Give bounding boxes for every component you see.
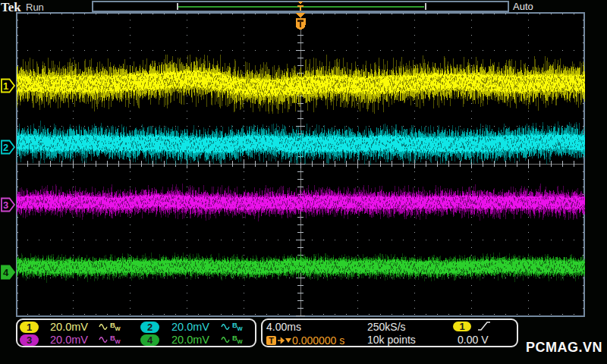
- svg-text:2: 2: [3, 142, 8, 153]
- svg-text:W: W: [115, 338, 121, 344]
- svg-text:1: 1: [3, 80, 8, 92]
- svg-text:3: 3: [3, 199, 8, 211]
- svg-text:W: W: [237, 325, 244, 331]
- svg-text:W: W: [115, 325, 121, 331]
- svg-text:W: W: [237, 338, 244, 344]
- svg-text:4: 4: [3, 267, 9, 278]
